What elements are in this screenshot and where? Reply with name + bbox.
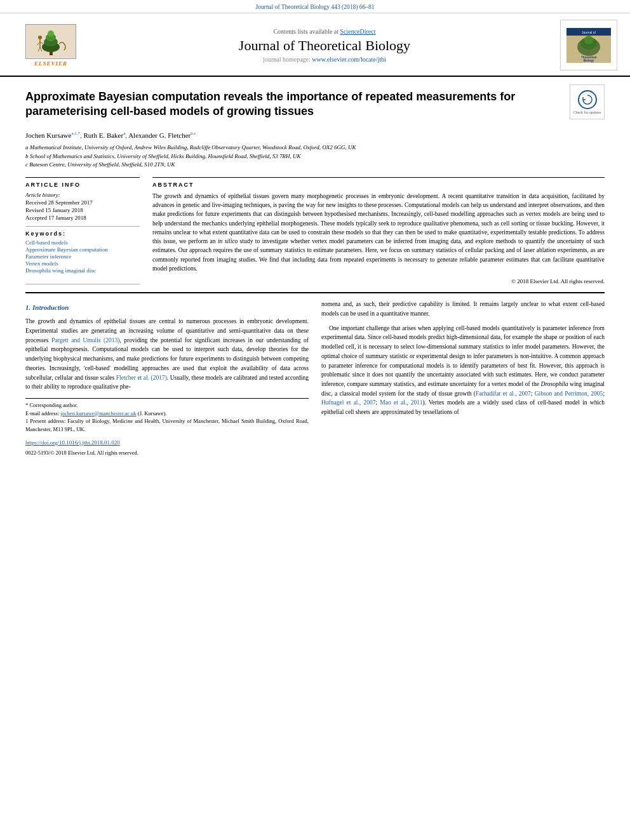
elsevier-tree-image <box>25 24 76 59</box>
journal-header: ELSEVIER Contents lists available at Sci… <box>0 13 630 77</box>
doi-link[interactable]: https://doi.org/10.1016/j.jtbi.2018.01.0… <box>25 439 120 446</box>
svg-text:Journal of: Journal of <box>582 30 596 34</box>
author2-name: Ruth E. Baker <box>84 131 124 138</box>
keyword-5: Drosophila wing imaginal disc <box>25 267 140 274</box>
affiliations: a Mathematical Institute, University of … <box>25 143 605 170</box>
homepage-link[interactable]: www.elsevier.com/locate/jtbi <box>312 56 386 63</box>
authors-line: Jochen Kursawea,1,*, Ruth E. Bakera, Ale… <box>25 131 605 139</box>
elsevier-wordmark: ELSEVIER <box>34 60 67 67</box>
journal-reference-text: Journal of Theoretical Biology 443 (2018… <box>255 4 374 10</box>
author3-name: Alexander G. Fletcher <box>128 131 191 138</box>
paper-title-row: Approximate Bayesian computation reveals… <box>25 84 605 126</box>
keyword-3: Parameter inference <box>25 253 140 260</box>
journal-cover-image: Journal of Theoretical Biology <box>566 28 611 63</box>
accepted-date: Accepted 17 January 2018 <box>25 215 140 221</box>
body-content: 1. Introduction The growth and dynamics … <box>25 300 605 457</box>
journal-header-center: Contents lists available at ScienceDirec… <box>89 28 560 63</box>
keyword-4: Vertex models <box>25 260 140 267</box>
email-link[interactable]: jochen.kursawe@manchester.ac.uk <box>60 410 136 417</box>
affiliation-c: c Bateson Centre, University of Sheffiel… <box>25 161 605 170</box>
fletcher-link[interactable]: Fletcher et al. (2017) <box>116 375 167 381</box>
section1-col2-text: nomena and, as such, their predictive ca… <box>321 300 605 318</box>
author1-name: Jochen Kursawe <box>25 131 71 138</box>
check-updates-label: Check for updates <box>573 110 601 114</box>
elsevier-logo-area: ELSEVIER <box>13 24 89 67</box>
section-divider <box>25 292 605 293</box>
keywords-heading: Keywords: <box>25 230 140 237</box>
journal-homepage: journal homepage: www.elsevier.com/locat… <box>89 56 560 63</box>
issn-line: 0022-5193/© 2018 Elsevier Ltd. All right… <box>25 449 309 457</box>
footnote-star: * Corresponding author. <box>25 401 309 410</box>
paper-title: Approximate Bayesian computation reveals… <box>25 90 563 119</box>
doi-line: https://doi.org/10.1016/j.jtbi.2018.01.0… <box>25 439 309 448</box>
contents-available-text: Contents lists available at ScienceDirec… <box>89 28 560 35</box>
author1-sup: a,1,* <box>71 131 80 136</box>
author3-sup: b,c <box>191 131 196 136</box>
article-info-panel: ARTICLE INFO Article history: Received 2… <box>25 177 140 284</box>
body-col-right: nomena and, as such, their predictive ca… <box>321 300 605 457</box>
abstract-panel: ABSTRACT The growth and dynamics of epit… <box>152 177 605 284</box>
farhadifar-link[interactable]: Farhadifar et al., 2007 <box>476 390 531 397</box>
affiliation-a: a Mathematical Institute, University of … <box>25 143 605 152</box>
abstract-text: The growth and dynamics of epithelial ti… <box>152 192 605 273</box>
article-info-heading: ARTICLE INFO <box>25 182 140 188</box>
gibson-link[interactable]: Gibson and Perrimon, 2005 <box>535 390 603 397</box>
pargett-link[interactable]: Pargett and Umulis (2013) <box>51 337 119 343</box>
section1-title: Introduction <box>32 303 69 311</box>
hufnagel-link[interactable]: Hufnagel et al., 2007 <box>321 399 375 406</box>
elsevier-logo: ELSEVIER <box>13 24 89 67</box>
sciencedirect-link[interactable]: ScienceDirect <box>340 28 375 35</box>
section1-col1-text: The growth and dynamics of epithelial ti… <box>25 317 309 392</box>
keyword-2: Approximate Bayesian computation <box>25 246 140 253</box>
body-col-left: 1. Introduction The growth and dynamics … <box>25 300 309 457</box>
section1-col2-para2: One important challenge that arises when… <box>321 324 605 417</box>
received-date: Received 28 September 2017 <box>25 199 140 206</box>
article-info-abstract-row: ARTICLE INFO Article history: Received 2… <box>25 177 605 284</box>
mao-link[interactable]: Mao et al., 2011 <box>380 399 422 406</box>
paper-title-area: Approximate Bayesian computation reveals… <box>25 84 563 126</box>
check-updates-icon <box>578 90 597 109</box>
section1-number: 1. <box>25 303 32 311</box>
copyright-line: © 2018 Elsevier Ltd. All rights reserved… <box>152 278 605 284</box>
abstract-heading: ABSTRACT <box>152 182 605 188</box>
svg-text:Biology: Biology <box>584 59 594 62</box>
footnote-email: E-mail address: jochen.kursawe@mancheste… <box>25 410 309 418</box>
footnote-area: * Corresponding author. E-mail address: … <box>25 398 309 434</box>
keywords-section: Keywords: Cell-based models Approximate … <box>25 226 140 274</box>
journal-logo-right: Journal of Theoretical Biology <box>560 20 617 70</box>
journal-title: Journal of Theoretical Biology <box>89 37 560 54</box>
main-content: Approximate Bayesian computation reveals… <box>0 77 630 470</box>
keyword-1: Cell-based models <box>25 239 140 246</box>
check-updates-badge: Check for updates <box>570 84 605 119</box>
svg-point-17 <box>584 36 593 44</box>
journal-reference-bar: Journal of Theoretical Biology 443 (2018… <box>0 0 630 13</box>
section1-heading: 1. Introduction <box>25 302 309 313</box>
history-label: Article history: <box>25 192 140 198</box>
svg-point-5 <box>48 30 54 37</box>
svg-point-6 <box>38 36 42 39</box>
revised-date: Revised 15 January 2018 <box>25 207 140 213</box>
footnote-1: 1 Present address: Faculty of Biology, M… <box>25 417 309 434</box>
affiliation-b: b School of Mathematics and Statistics, … <box>25 152 605 161</box>
